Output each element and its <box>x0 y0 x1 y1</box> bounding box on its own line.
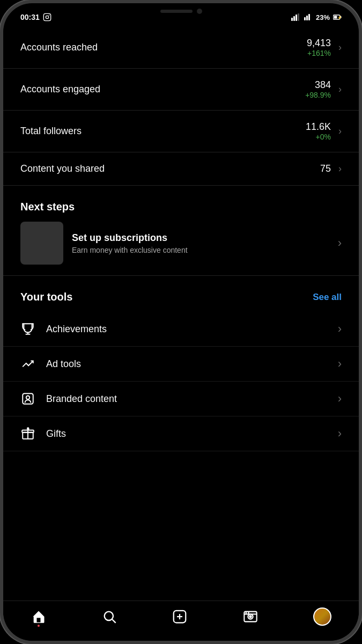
next-step-card[interactable]: Set up subscriptions Earn money with exc… <box>20 222 342 265</box>
stat-label-accounts-engaged: Accounts engaged <box>20 84 100 95</box>
stat-change-total-followers: +0% <box>306 133 331 141</box>
bottom-nav <box>3 601 359 641</box>
status-time: 00:31 <box>20 13 40 21</box>
stat-change-accounts-reached: +161% <box>307 49 331 57</box>
stat-label-total-followers: Total followers <box>20 126 82 137</box>
stat-value-accounts-reached: 9,413 <box>307 38 331 49</box>
notch <box>138 3 224 19</box>
signal-icon <box>291 13 301 21</box>
svg-line-20 <box>112 619 115 623</box>
chevron-gifts-icon: › <box>338 427 342 441</box>
tool-left-achievements: Achievements <box>20 321 107 336</box>
svg-rect-0 <box>43 13 50 20</box>
tool-left-gifts: Gifts <box>20 426 66 441</box>
svg-text:⚡: ⚡ <box>337 15 342 20</box>
stat-value-total-followers: 11.6K <box>306 121 331 133</box>
tools-header: Your tools See all <box>3 280 359 312</box>
chevron-total-followers-icon: › <box>338 126 342 137</box>
tool-label-branded-content: Branded content <box>46 393 117 405</box>
next-steps-header: Next steps <box>3 186 359 222</box>
chevron-accounts-reached-icon: › <box>338 42 342 53</box>
phone-screen: 00:31 <box>3 3 359 641</box>
svg-point-15 <box>26 396 30 400</box>
svg-point-26 <box>250 616 252 618</box>
chevron-content-shared-icon: › <box>338 163 342 174</box>
svg-rect-8 <box>306 16 308 20</box>
stat-label-accounts-reached: Accounts reached <box>20 42 98 53</box>
chevron-accounts-engaged-icon: › <box>338 84 342 95</box>
nav-home[interactable] <box>31 609 47 625</box>
stat-change-accounts-engaged: +98.9% <box>305 91 331 99</box>
stat-row-accounts-engaged[interactable]: Accounts engaged 384 +98.9% › <box>3 69 359 111</box>
instagram-icon <box>43 13 51 21</box>
svg-rect-18 <box>36 618 40 622</box>
stat-value-accounts-engaged: 384 <box>305 79 331 91</box>
status-right: 23% ⚡ <box>291 13 342 21</box>
add-icon <box>172 609 188 625</box>
nav-add[interactable] <box>172 609 188 625</box>
svg-rect-5 <box>295 14 297 21</box>
svg-rect-4 <box>293 16 295 21</box>
status-bar: 00:31 <box>3 3 359 27</box>
trending-up-icon <box>20 356 35 371</box>
profile-avatar <box>313 608 331 626</box>
tool-row-gifts[interactable]: Gifts › <box>3 416 359 451</box>
svg-rect-11 <box>334 16 337 19</box>
trophy-icon <box>20 321 35 336</box>
tools-divider <box>3 275 359 276</box>
tools-section-title: Your tools <box>20 291 72 303</box>
nav-reels[interactable] <box>242 609 258 625</box>
stat-value-group-accounts-reached: 9,413 +161% › <box>307 38 342 57</box>
stat-value-group-total-followers: 11.6K +0% › <box>306 121 342 141</box>
tool-left-branded-content: Branded content <box>20 391 117 406</box>
tool-label-gifts: Gifts <box>46 428 66 440</box>
home-icon <box>31 609 47 625</box>
next-step-title: Set up subscriptions <box>72 232 329 244</box>
tool-row-branded-content[interactable]: Branded content › <box>3 382 359 416</box>
svg-rect-3 <box>291 18 293 21</box>
svg-rect-14 <box>23 393 33 404</box>
phone-frame: 00:31 <box>0 0 362 644</box>
stat-value-group-content-shared: 75 › <box>320 163 342 174</box>
wifi-icon <box>304 14 313 20</box>
tools-see-all-button[interactable]: See all <box>313 292 342 303</box>
person-badge-icon <box>20 391 35 406</box>
svg-rect-9 <box>308 14 310 20</box>
svg-point-2 <box>49 15 50 16</box>
chevron-branded-content-icon: › <box>338 392 342 406</box>
stat-row-total-followers[interactable]: Total followers 11.6K +0% › <box>3 111 359 152</box>
home-active-dot <box>38 625 40 627</box>
tool-row-ad-tools[interactable]: Ad tools › <box>3 347 359 382</box>
tool-left-ad-tools: Ad tools <box>20 356 81 371</box>
battery-percent: 23% <box>316 13 330 21</box>
stat-label-content-shared: Content you shared <box>20 163 105 174</box>
next-step-text: Set up subscriptions Earn money with exc… <box>72 232 329 254</box>
stat-value-group-accounts-engaged: 384 +98.9% › <box>305 79 342 99</box>
chevron-next-step-icon: › <box>338 236 342 250</box>
chevron-ad-tools-icon: › <box>338 357 342 371</box>
svg-rect-7 <box>304 17 306 20</box>
stat-value-content-shared: 75 <box>320 163 331 174</box>
tool-label-ad-tools: Ad tools <box>46 358 81 370</box>
nav-search[interactable] <box>101 609 117 625</box>
svg-rect-6 <box>298 13 299 21</box>
main-content: Accounts reached 9,413 +161% › Accounts … <box>3 27 359 451</box>
battery-icon: ⚡ <box>333 14 342 20</box>
svg-point-19 <box>104 612 113 620</box>
stat-row-content-shared[interactable]: Content you shared 75 › <box>3 152 359 186</box>
stat-row-accounts-reached[interactable]: Accounts reached 9,413 +161% › <box>3 27 359 69</box>
next-step-thumbnail <box>20 222 63 265</box>
search-icon <box>101 609 117 625</box>
tool-label-achievements: Achievements <box>46 324 107 335</box>
gift-icon <box>20 426 35 441</box>
chevron-achievements-icon: › <box>338 322 342 336</box>
svg-point-1 <box>46 16 48 18</box>
nav-profile[interactable] <box>313 608 331 626</box>
next-step-subtitle: Earn money with exclusive content <box>72 246 329 254</box>
reels-icon <box>242 609 258 625</box>
tool-row-achievements[interactable]: Achievements › <box>3 312 359 347</box>
